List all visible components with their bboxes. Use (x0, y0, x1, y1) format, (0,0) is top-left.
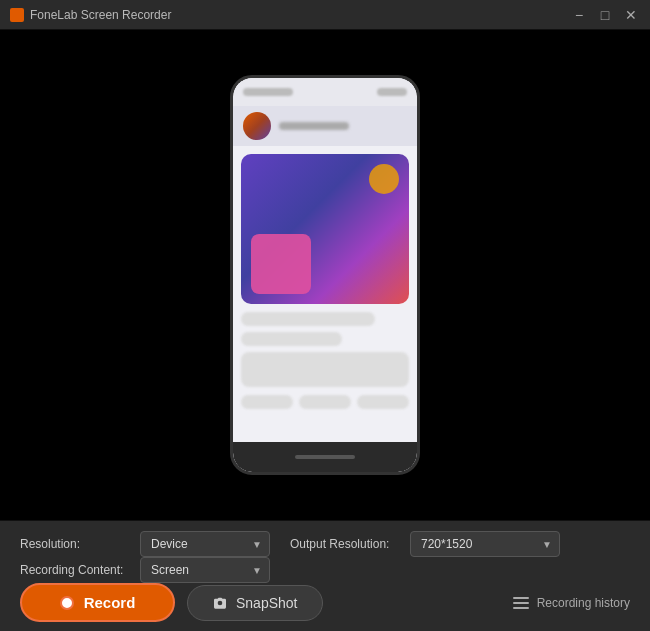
title-bar-left: FoneLab Screen Recorder (10, 8, 171, 22)
phone-app-header (233, 106, 417, 146)
resolution-group: Resolution: Device 1080p 720p 480p ▼ (20, 531, 270, 557)
output-resolution-select[interactable]: 720*1520 1080*2340 540*1140 (410, 531, 560, 557)
action-buttons-group: Record SnapShot (20, 583, 323, 622)
record-button-label: Record (84, 594, 136, 611)
preview-area (0, 30, 650, 520)
record-dot-icon (60, 596, 74, 610)
phone-bottom-item-2 (299, 395, 351, 409)
maximize-button[interactable]: □ (596, 6, 614, 24)
resolution-label: Resolution: (20, 537, 130, 551)
output-resolution-label: Output Resolution: (290, 537, 400, 551)
title-bar-controls: − □ ✕ (570, 6, 640, 24)
phone-status-bar (233, 78, 417, 106)
controls-row-1: Resolution: Device 1080p 720p 480p ▼ Out… (20, 531, 630, 557)
snapshot-button[interactable]: SnapShot (187, 585, 323, 621)
app-icon (10, 8, 24, 22)
buttons-row: Record SnapShot Recording history (20, 583, 630, 622)
phone-bottom-item-3 (357, 395, 409, 409)
phone-card-badge (369, 164, 399, 194)
phone-screen (233, 78, 417, 472)
snapshot-button-label: SnapShot (236, 595, 298, 611)
phone-avatar (243, 112, 271, 140)
recording-content-group: Recording Content: Screen Audio Webcam ▼ (20, 557, 270, 583)
controls-row-2: Recording Content: Screen Audio Webcam ▼ (20, 557, 630, 583)
hamburger-icon (513, 597, 529, 609)
output-resolution-group: Output Resolution: 720*1520 1080*2340 54… (290, 531, 560, 557)
phone-header-text (279, 122, 349, 130)
phone-mockup (230, 75, 420, 475)
recording-history-label: Recording history (537, 596, 630, 610)
app-title: FoneLab Screen Recorder (30, 8, 171, 22)
recording-content-label: Recording Content: (20, 563, 130, 577)
phone-text-row-3 (241, 352, 409, 387)
recording-history-button[interactable]: Recording history (513, 596, 630, 610)
record-button[interactable]: Record (20, 583, 175, 622)
h-line-1 (513, 597, 529, 599)
title-bar: FoneLab Screen Recorder − □ ✕ (0, 0, 650, 30)
resolution-select[interactable]: Device 1080p 720p 480p (140, 531, 270, 557)
h-line-3 (513, 607, 529, 609)
h-line-2 (513, 602, 529, 604)
camera-icon (212, 595, 228, 611)
recording-content-select-wrapper: Screen Audio Webcam ▼ (140, 557, 270, 583)
close-button[interactable]: ✕ (622, 6, 640, 24)
phone-card-overlay (251, 234, 311, 294)
phone-home-indicator (295, 455, 355, 459)
resolution-select-wrapper: Device 1080p 720p 480p ▼ (140, 531, 270, 557)
controls-bar: Resolution: Device 1080p 720p 480p ▼ Out… (0, 520, 650, 631)
phone-content-area (233, 146, 417, 417)
phone-status-left (243, 88, 293, 96)
phone-text-row-1 (241, 312, 375, 326)
phone-bottom-row (241, 395, 409, 409)
phone-status-right (377, 88, 407, 96)
minimize-button[interactable]: − (570, 6, 588, 24)
phone-card (241, 154, 409, 304)
phone-bottom-item-1 (241, 395, 293, 409)
phone-text-row-2 (241, 332, 342, 346)
recording-content-select[interactable]: Screen Audio Webcam (140, 557, 270, 583)
phone-bottom-bar (233, 442, 417, 472)
output-resolution-select-wrapper: 720*1520 1080*2340 540*1140 ▼ (410, 531, 560, 557)
